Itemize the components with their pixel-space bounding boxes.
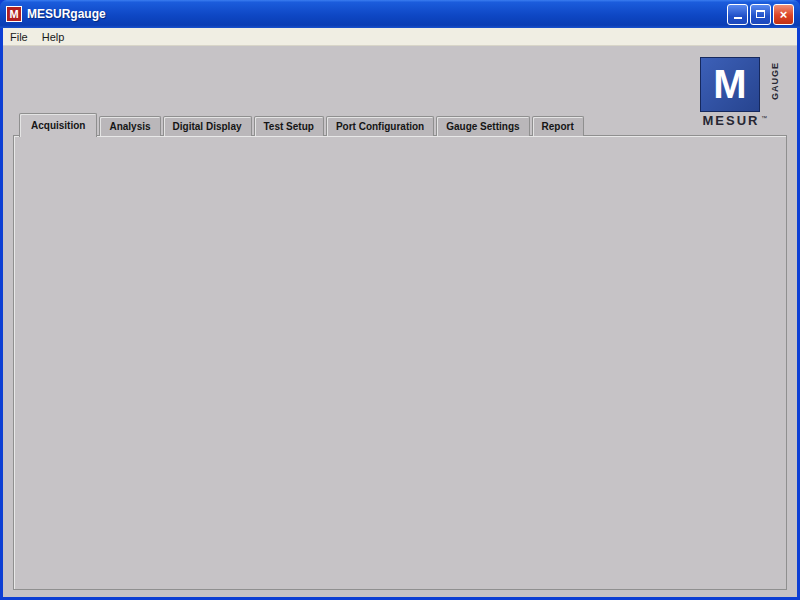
app-icon: M xyxy=(6,6,22,22)
tab-gauge-settings[interactable]: Gauge Settings xyxy=(436,116,529,136)
tab-report[interactable]: Report xyxy=(532,116,584,136)
mesurgauge-logo: M MESUR GAUGE ™ xyxy=(697,57,789,131)
tab-digital-display[interactable]: Digital Display xyxy=(163,116,252,136)
window-title: MESURgauge xyxy=(27,7,106,21)
close-icon: × xyxy=(780,8,788,21)
menu-help[interactable]: Help xyxy=(35,31,72,43)
logo-trademark: ™ xyxy=(761,115,767,121)
tab-port-configuration[interactable]: Port Configuration xyxy=(326,116,434,136)
acquisition-tab-panel xyxy=(13,135,787,590)
logo-m-icon: M xyxy=(700,57,760,112)
tab-analysis[interactable]: Analysis xyxy=(99,116,160,136)
window-content: File Help M MESUR GAUGE ™ AcquisitionAna… xyxy=(3,28,797,597)
minimize-icon xyxy=(734,12,742,19)
title-bar[interactable]: M MESURgauge × xyxy=(0,0,800,28)
logo-mesur-text: MESUR xyxy=(697,113,765,128)
menu-bar: File Help xyxy=(3,28,797,46)
tab-acquisition[interactable]: Acquisition xyxy=(19,113,97,137)
close-button[interactable]: × xyxy=(773,4,794,25)
logo-gauge-text: GAUGE xyxy=(770,53,780,109)
maximize-icon xyxy=(756,10,765,18)
menu-file[interactable]: File xyxy=(3,31,35,43)
app-window: M MESURgauge × File Help M MESUR GAUGE ™… xyxy=(0,0,800,600)
maximize-button[interactable] xyxy=(750,4,771,25)
tab-test-setup[interactable]: Test Setup xyxy=(254,116,324,136)
minimize-button[interactable] xyxy=(727,4,748,25)
tab-bar: AcquisitionAnalysisDigital DisplayTest S… xyxy=(19,113,586,136)
